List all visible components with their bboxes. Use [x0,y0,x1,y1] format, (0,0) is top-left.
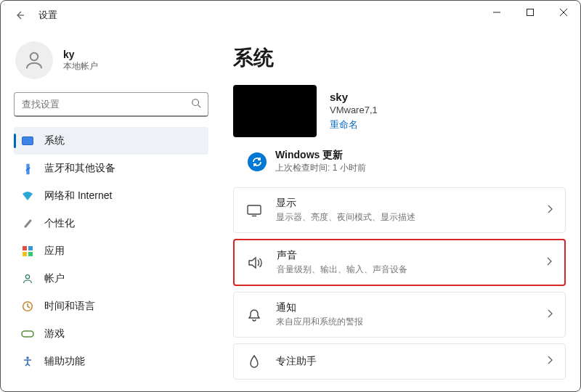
minimize-button[interactable] [480,1,513,24]
close-button[interactable] [547,1,580,24]
profile-name: ky [63,49,98,60]
back-button[interactable] [11,7,28,24]
svg-rect-11 [248,205,261,214]
nav-gaming[interactable]: 游戏 [14,320,208,348]
system-icon [21,134,34,147]
accounts-icon [21,272,34,285]
titlebar: 设置 [1,1,580,30]
nav-apps[interactable]: 应用 [14,237,208,265]
profile-text: ky 本地帐户 [63,49,98,73]
nav-label: 辅助功能 [44,355,85,368]
chevron-right-icon [545,256,553,269]
card-sub: 音量级别、输出、输入、声音设备 [277,264,532,276]
windows-update-row[interactable]: Windows 更新 上次检查时间: 1 小时前 [233,149,566,174]
device-info: sky VMware7,1 重命名 [330,91,378,131]
search-icon [191,98,201,111]
device-picture [233,85,317,137]
chevron-right-icon [546,204,553,217]
nav-accessibility[interactable]: 辅助功能 [14,348,208,375]
svg-point-10 [26,356,29,359]
apps-icon [21,245,34,258]
card-display[interactable]: 显示 显示器、亮度、夜间模式、显示描述 [233,187,566,233]
sidebar: ky 本地帐户 系统 ∦蓝牙和其他设备 网络和 Internet 个性化 应用 … [1,30,219,391]
minimize-icon [492,8,501,17]
close-icon [559,8,568,17]
nav-bluetooth[interactable]: ∦蓝牙和其他设备 [14,155,208,182]
display-icon [245,202,263,219]
nav-personalization[interactable]: 个性化 [14,210,208,237]
maximize-icon [526,8,535,17]
chevron-right-icon [546,309,553,322]
nav-label: 网络和 Internet [44,189,112,203]
nav-label: 帐户 [44,272,65,285]
nav-system[interactable]: 系统 [14,127,208,155]
notifications-icon [245,306,263,324]
gaming-icon [21,327,34,340]
nav-label: 个性化 [44,217,75,230]
svg-point-5 [192,99,199,106]
card-focus[interactable]: 专注助手 [233,343,566,380]
window-title: 设置 [38,9,57,22]
card-body: 通知 来自应用和系统的警报 [276,301,533,328]
svg-point-7 [25,275,29,279]
device-model: VMware7,1 [330,105,378,115]
update-icon [248,152,267,171]
nav-network[interactable]: 网络和 Internet [14,182,208,210]
main-pane: 系统 sky VMware7,1 重命名 Windows 更新 上次检查时间: … [219,30,580,391]
nav-list: 系统 ∦蓝牙和其他设备 网络和 Internet 个性化 应用 帐户 时间和语言… [14,127,208,375]
card-sound[interactable]: 声音 音量级别、输出、输入、声音设备 [233,239,566,286]
card-title: 专注助手 [276,355,533,368]
nav-label: 蓝牙和其他设备 [44,162,115,175]
page-heading: 系统 [233,44,566,72]
nav-label: 时间和语言 [44,300,95,313]
svg-rect-9 [22,331,33,337]
nav-label: 系统 [44,134,65,147]
device-row: sky VMware7,1 重命名 [233,85,566,137]
update-text: Windows 更新 上次检查时间: 1 小时前 [275,149,366,174]
device-name: sky [330,91,378,103]
time-icon [21,300,34,313]
person-icon [23,49,45,71]
accessibility-icon [21,355,34,368]
nav-label: 应用 [44,245,65,258]
card-title: 声音 [277,249,532,262]
update-sub: 上次检查时间: 1 小时前 [275,162,366,174]
search-box [14,92,208,117]
content: ky 本地帐户 系统 ∦蓝牙和其他设备 网络和 Internet 个性化 应用 … [1,30,580,391]
svg-line-6 [198,105,201,108]
bluetooth-icon: ∦ [21,162,34,175]
nav-time[interactable]: 时间和语言 [14,293,208,320]
card-sub: 显示器、亮度、夜间模式、显示描述 [276,211,533,224]
maximize-button[interactable] [513,1,547,24]
nav-accounts[interactable]: 帐户 [14,265,208,293]
network-icon [21,189,34,203]
card-title: 显示 [276,197,533,210]
svg-rect-1 [527,9,534,16]
focus-icon [245,353,263,370]
card-title: 通知 [276,301,533,314]
chevron-right-icon [546,355,553,368]
card-sub: 来自应用和系统的警报 [276,316,533,328]
card-body: 显示 显示器、亮度、夜间模式、显示描述 [276,197,533,224]
update-title: Windows 更新 [275,149,366,162]
card-body: 专注助手 [276,355,533,368]
window-controls [480,1,580,24]
rename-link[interactable]: 重命名 [330,118,378,131]
svg-point-4 [31,53,38,61]
profile-block[interactable]: ky 本地帐户 [15,41,208,79]
card-body: 声音 音量级别、输出、输入、声音设备 [277,249,532,276]
sound-icon [246,254,264,271]
search-input[interactable] [14,92,208,117]
nav-label: 游戏 [44,327,65,340]
personalization-icon [21,217,34,230]
avatar [15,41,53,79]
profile-sub: 本地帐户 [63,60,98,73]
arrow-left-icon [14,9,25,21]
settings-window: 设置 ky 本地帐户 [0,0,581,392]
card-notifications[interactable]: 通知 来自应用和系统的警报 [233,292,566,338]
